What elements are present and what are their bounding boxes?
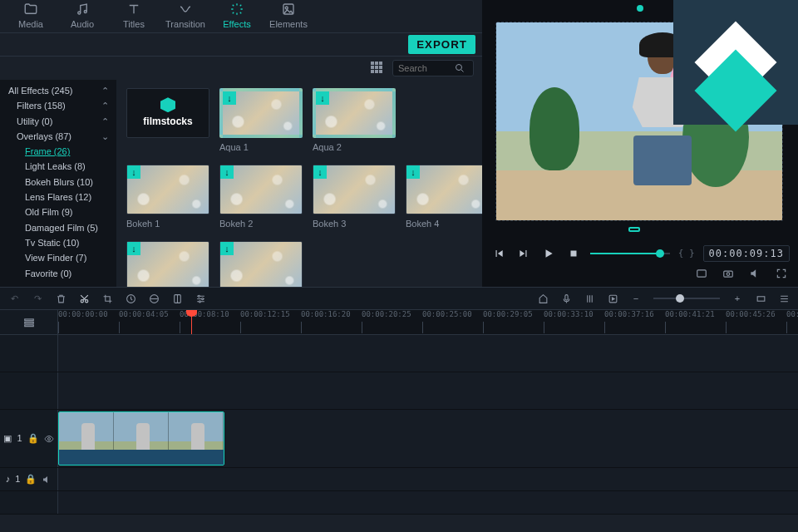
stop-button[interactable] <box>565 245 582 262</box>
timeline-ruler[interactable]: 00:00:00:0000:00:04:0500:00:08:1000:00:1… <box>58 310 798 334</box>
ruler-tick: 00:00:41:21 <box>665 310 715 318</box>
zoom-in-button[interactable]: + <box>732 293 743 304</box>
effect-thumb[interactable]: ↓ <box>219 165 303 214</box>
tree-item[interactable]: All Effects (245)⌃ <box>0 83 116 98</box>
grid-view-toggle[interactable] <box>371 62 384 75</box>
video-clip[interactable]: african-american-woman-walks-looking.mp4 <box>58 411 224 466</box>
effect-thumb[interactable]: ↓ <box>313 165 396 214</box>
prev-frame-button[interactable] <box>490 245 507 262</box>
zoom-fit-button[interactable] <box>755 293 766 304</box>
voiceover-button[interactable] <box>560 293 572 304</box>
crop-handle-top[interactable] <box>637 5 643 12</box>
video-track-body[interactable]: african-american-woman-walks-looking.mp4 <box>58 410 798 467</box>
undo-button[interactable]: ↶ <box>8 293 20 304</box>
mixer-button[interactable] <box>584 293 595 304</box>
tab-label: Media <box>18 18 43 30</box>
thumb-cell: filmstocks <box>126 88 209 155</box>
download-icon[interactable]: ↓ <box>220 165 234 179</box>
tab-elements[interactable]: Elements <box>263 0 314 32</box>
preview-scrubber[interactable] <box>590 253 670 254</box>
media-icon <box>23 2 38 17</box>
clip-audio-band <box>59 450 224 465</box>
track-manager-button[interactable] <box>778 293 790 304</box>
delete-button[interactable] <box>55 293 66 304</box>
download-icon[interactable]: ↓ <box>406 165 420 179</box>
camera-icon[interactable] <box>720 265 736 282</box>
effect-thumb[interactable]: ↓ <box>313 88 396 138</box>
tree-item[interactable]: View Finder (7) <box>0 250 116 265</box>
render-button[interactable] <box>607 293 618 304</box>
marker-button[interactable] <box>537 293 549 304</box>
tree-item[interactable]: Utility (0)⌃ <box>0 114 116 129</box>
download-icon[interactable]: ↓ <box>316 91 329 105</box>
ruler-tick: 00:00:33:10 <box>544 310 594 318</box>
download-icon[interactable]: ↓ <box>127 242 140 255</box>
track-head-empty <box>0 335 58 372</box>
mute-icon[interactable] <box>42 475 52 485</box>
cut-button[interactable] <box>78 293 90 304</box>
tab-label: Audio <box>71 18 94 30</box>
ruler-tick: 00:00:25:00 <box>422 310 472 318</box>
effect-thumb[interactable]: ↓ <box>126 165 209 214</box>
effects-icon <box>229 2 244 17</box>
tree-label: View Finder (7) <box>25 252 86 264</box>
video-track-number: 1 <box>17 432 22 444</box>
tree-item[interactable]: Favorite (0) <box>0 266 116 281</box>
download-icon[interactable]: ↓ <box>313 165 327 179</box>
next-frame-button[interactable] <box>515 245 532 262</box>
speaker-icon[interactable] <box>746 265 763 282</box>
tree-item[interactable]: Light Leaks (8) <box>0 159 116 174</box>
tree-item[interactable]: Filters (158)⌃ <box>0 98 116 113</box>
ruler-tick: 00:00:12:15 <box>240 310 290 318</box>
search-input[interactable] <box>398 63 455 73</box>
svg-point-14 <box>198 295 200 297</box>
greenscreen-button[interactable] <box>171 293 183 304</box>
color-button[interactable] <box>148 293 160 304</box>
thumb-label: Aqua 1 <box>219 138 303 153</box>
effect-thumb[interactable]: ↓ <box>406 165 482 214</box>
track-body-empty[interactable] <box>58 335 798 372</box>
effect-thumb[interactable]: ↓ <box>126 241 209 287</box>
tree-item[interactable]: Overlays (87)⌄ <box>0 129 116 144</box>
tab-label: Elements <box>269 18 308 30</box>
lock-icon[interactable]: 🔒 <box>25 473 37 485</box>
tree-item[interactable]: Tv Static (10) <box>0 235 116 250</box>
track-body-empty2[interactable] <box>58 372 798 409</box>
play-button[interactable] <box>540 245 557 262</box>
audio-icon <box>75 2 90 17</box>
effect-thumb[interactable]: ↓ <box>219 241 303 287</box>
redo-button[interactable]: ↷ <box>32 293 43 304</box>
effects-grid: filmstocks↓Aqua 1↓Aqua 2↓Bokeh 1↓Bokeh 2… <box>116 80 482 287</box>
zoom-slider[interactable] <box>653 298 720 299</box>
tree-item[interactable]: Lens Flares (12) <box>0 190 116 204</box>
filmstocks-promo[interactable]: filmstocks <box>126 88 209 138</box>
snapshot-icon[interactable] <box>693 265 710 282</box>
thumb-cell: ↓Bokeh 6 <box>219 241 303 287</box>
tab-transition[interactable]: Transition <box>160 0 211 32</box>
export-button[interactable]: EXPORT <box>408 35 475 54</box>
audio-track-body[interactable] <box>58 468 798 490</box>
effect-thumb[interactable]: ↓ <box>219 88 303 138</box>
download-icon[interactable]: ↓ <box>223 91 236 105</box>
tab-effects[interactable]: Effects <box>211 0 263 32</box>
tree-label: All Effects (245) <box>8 85 72 96</box>
tree-item[interactable]: Old Film (9) <box>0 204 116 219</box>
download-icon[interactable]: ↓ <box>220 242 234 255</box>
speed-button[interactable] <box>125 293 136 304</box>
thumb-label: Bokeh 2 <box>219 214 303 229</box>
thumb-cell: ↓Aqua 2 <box>313 88 396 155</box>
eye-icon[interactable] <box>44 434 54 444</box>
download-icon[interactable]: ↓ <box>127 165 140 179</box>
zoom-out-button[interactable]: − <box>630 293 642 304</box>
crop-handle-bottom[interactable] <box>628 227 640 232</box>
adjust-button[interactable] <box>195 293 206 304</box>
fullscreen-icon[interactable] <box>773 265 790 282</box>
tab-titles[interactable]: Titles <box>108 0 160 32</box>
lock-icon[interactable]: 🔒 <box>27 432 39 444</box>
crop-button[interactable] <box>101 293 113 304</box>
tree-item[interactable]: Frame (26) <box>0 144 116 159</box>
tree-item[interactable]: Damaged Film (5) <box>0 220 116 235</box>
tab-audio[interactable]: Audio <box>57 0 108 32</box>
tree-item[interactable]: Bokeh Blurs (10) <box>0 175 116 190</box>
tab-media[interactable]: Media <box>5 0 57 32</box>
